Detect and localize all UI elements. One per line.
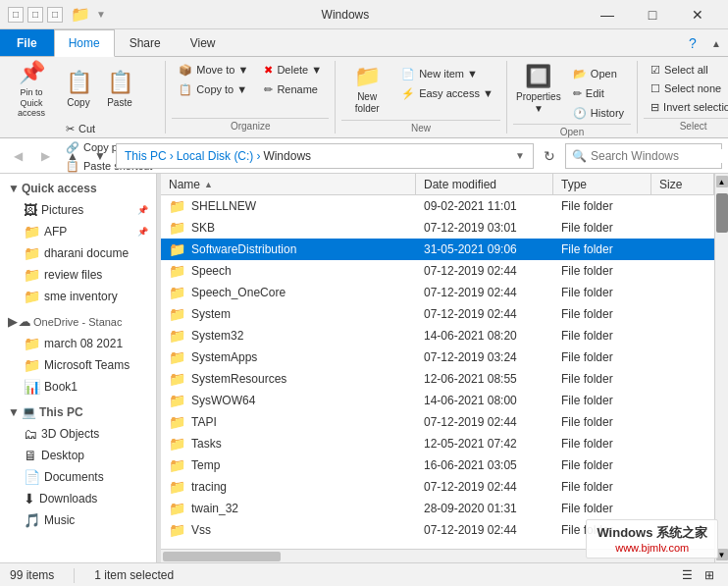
easy-access-button[interactable]: ⚡ Easy access ▼ bbox=[394, 84, 500, 102]
table-row[interactable]: 📁 SysWOW64 14-06-2021 08:00 File folder bbox=[161, 390, 714, 411]
file-date-cell: 12-05-2021 07:42 bbox=[416, 433, 553, 454]
large-icons-button[interactable]: ⊞ bbox=[701, 566, 718, 584]
col-header-date[interactable]: Date modified bbox=[416, 174, 553, 194]
table-row[interactable]: 📁 System32 14-06-2021 08:20 File folder bbox=[161, 325, 714, 346]
new-folder-button[interactable]: 📁 Newfolder bbox=[341, 61, 392, 118]
sidebar-item-teams[interactable]: 📁 Microsoft Teams bbox=[0, 354, 156, 376]
table-row[interactable]: 📁 SHELLNEW 09-02-2021 11:01 File folder bbox=[161, 195, 714, 217]
table-row[interactable]: 📁 SoftwareDistribution 31-05-2021 09:06 … bbox=[161, 239, 714, 260]
col-size-label: Size bbox=[659, 178, 682, 191]
cut-button[interactable]: ✂ Cut bbox=[59, 120, 159, 137]
up-button[interactable]: ▲ bbox=[61, 144, 84, 168]
help-button[interactable]: ? bbox=[681, 29, 704, 57]
sidebar-item-documents[interactable]: 📄 Documents bbox=[0, 466, 156, 488]
address-part-folder: Windows bbox=[263, 149, 311, 163]
open-button[interactable]: 📂 Open bbox=[566, 65, 631, 82]
scroll-thumb[interactable] bbox=[716, 193, 728, 233]
organize-label: Organize bbox=[172, 118, 329, 133]
minimize-button[interactable]: — bbox=[585, 0, 630, 29]
back-button[interactable]: ◀ bbox=[6, 144, 29, 168]
properties-button[interactable]: 🔲 Properties▼ bbox=[513, 61, 564, 118]
file-name-label: Temp bbox=[191, 458, 220, 472]
copy-to-icon: 📋 bbox=[179, 83, 192, 96]
search-box[interactable]: 🔍 bbox=[565, 143, 722, 169]
paste-button[interactable]: 📋 Paste bbox=[100, 61, 139, 118]
file-type-cell: File folder bbox=[553, 433, 651, 454]
rename-button[interactable]: ✏ Rename bbox=[257, 80, 329, 98]
sidebar-item-downloads[interactable]: ⬇ Downloads bbox=[0, 488, 156, 509]
sidebar-item-3d[interactable]: 🗂 3D Objects bbox=[0, 423, 156, 445]
col-header-size[interactable]: Size bbox=[651, 174, 714, 194]
quick-access-header[interactable]: ▼ Quick access bbox=[0, 178, 156, 199]
close-button[interactable]: ✕ bbox=[675, 0, 720, 29]
copy-button[interactable]: 📋 Copy bbox=[59, 61, 98, 118]
forward-button[interactable]: ▶ bbox=[33, 144, 57, 168]
tab-share[interactable]: Share bbox=[115, 29, 176, 56]
history-button[interactable]: 🕐 History bbox=[566, 104, 631, 122]
table-row[interactable]: 📁 Speech_OneCore 07-12-2019 02:44 File f… bbox=[161, 282, 714, 303]
col-header-name[interactable]: Name ▲ bbox=[161, 174, 416, 194]
select-all-button[interactable]: ☑ Select all bbox=[644, 61, 728, 79]
sort-arrow-name: ▲ bbox=[204, 180, 213, 189]
delete-button[interactable]: ✖ Delete ▼ bbox=[257, 61, 329, 79]
new-item-button[interactable]: 📄 New item ▼ bbox=[394, 65, 500, 82]
col-header-type[interactable]: Type bbox=[553, 174, 651, 194]
3d-icon: 🗂 bbox=[24, 426, 37, 442]
onedrive-header[interactable]: ▶ ☁ OneDrive - Stanac bbox=[0, 311, 156, 333]
sidebar-item-dharani[interactable]: 📁 dharani docume bbox=[0, 242, 156, 264]
table-row[interactable]: 📁 tracing 07-12-2019 02:44 File folder bbox=[161, 476, 714, 498]
sidebar-item-desktop[interactable]: 🖥 Desktop bbox=[0, 445, 156, 466]
sidebar-item-sme[interactable]: 📁 sme inventory bbox=[0, 286, 156, 307]
sidebar-item-review[interactable]: 📁 review files bbox=[0, 264, 156, 286]
table-row[interactable]: 📁 TAPI 07-12-2019 02:44 File folder bbox=[161, 411, 714, 433]
watermark-text: Windows 系统之家 bbox=[597, 524, 707, 542]
folder-icon: 📁 bbox=[169, 457, 185, 473]
ribbon-group-new: 📁 Newfolder 📄 New item ▼ ⚡ Easy access ▼… bbox=[336, 61, 507, 133]
ribbon-collapse-button[interactable]: ▲ bbox=[704, 29, 728, 57]
table-row[interactable]: 📁 System 07-12-2019 02:44 File folder bbox=[161, 303, 714, 325]
file-type-cell: File folder bbox=[553, 411, 651, 433]
copy-to-button[interactable]: 📋 Copy to ▼ bbox=[172, 80, 255, 98]
table-row[interactable]: 📁 twain_32 28-09-2020 01:31 File folder bbox=[161, 498, 714, 519]
scroll-up-button[interactable]: ▲ bbox=[716, 176, 728, 187]
col-type-label: Type bbox=[561, 178, 587, 191]
table-row[interactable]: 📁 SKB 07-12-2019 03:01 File folder bbox=[161, 217, 714, 239]
refresh-button[interactable]: ↻ bbox=[538, 144, 561, 168]
history-icon: 🕐 bbox=[573, 107, 587, 120]
pin-to-quick-button[interactable]: 📌 Pin to Quickaccess bbox=[6, 61, 57, 118]
sidebar-item-music[interactable]: 🎵 Music bbox=[0, 509, 156, 531]
tab-view[interactable]: View bbox=[176, 29, 231, 56]
sidebar-item-book1[interactable]: 📊 Book1 bbox=[0, 376, 156, 398]
onedrive-label: OneDrive - Stanac bbox=[33, 316, 122, 328]
sidebar-item-pictures[interactable]: 🖼 Pictures 📌 bbox=[0, 199, 156, 221]
table-row[interactable]: 📁 Speech 07-12-2019 02:44 File folder bbox=[161, 260, 714, 282]
sidebar-item-afp[interactable]: 📁 AFP 📌 bbox=[0, 221, 156, 242]
file-size-cell bbox=[651, 217, 714, 239]
tab-file[interactable]: File bbox=[0, 29, 54, 56]
maximize-button[interactable]: □ bbox=[630, 0, 675, 29]
h-scroll-thumb[interactable] bbox=[163, 552, 281, 561]
file-size-cell bbox=[651, 239, 714, 260]
edit-button[interactable]: ✏ Edit bbox=[566, 84, 631, 102]
recent-button[interactable]: ▼ bbox=[88, 144, 112, 168]
file-date-cell: 07-12-2019 02:44 bbox=[416, 411, 553, 433]
sidebar-item-march[interactable]: 📁 march 08 2021 bbox=[0, 333, 156, 354]
table-row[interactable]: 📁 SystemApps 07-12-2019 03:24 File folde… bbox=[161, 346, 714, 368]
invert-selection-button[interactable]: ⊟ Invert selection bbox=[644, 98, 728, 116]
pin-icon: 📌 bbox=[19, 60, 45, 85]
details-view-button[interactable]: ☰ bbox=[678, 566, 697, 584]
tab-home[interactable]: Home bbox=[54, 29, 115, 57]
search-input[interactable] bbox=[591, 149, 728, 163]
select-none-button[interactable]: ☐ Select none bbox=[644, 80, 728, 97]
title-icon-1: □ bbox=[8, 7, 24, 23]
vertical-scrollbar[interactable]: ▲ ▼ bbox=[714, 174, 728, 562]
table-row[interactable]: 📁 SystemResources 12-06-2021 08:55 File … bbox=[161, 368, 714, 390]
table-row[interactable]: 📁 Tasks 12-05-2021 07:42 File folder bbox=[161, 433, 714, 454]
table-row[interactable]: 📁 Temp 16-06-2021 03:05 File folder bbox=[161, 454, 714, 476]
address-bar[interactable]: This PC › Local Disk (C:) › Windows ▼ bbox=[116, 143, 534, 169]
move-to-button[interactable]: 📦 Move to ▼ bbox=[172, 61, 255, 79]
watermark: Windows 系统之家 www.bjmlv.com bbox=[586, 519, 718, 559]
thispc-header[interactable]: ▼ 💻 This PC bbox=[0, 401, 156, 423]
folder-icon: 📁 bbox=[169, 198, 185, 214]
file-name-label: SystemResources bbox=[191, 372, 286, 386]
